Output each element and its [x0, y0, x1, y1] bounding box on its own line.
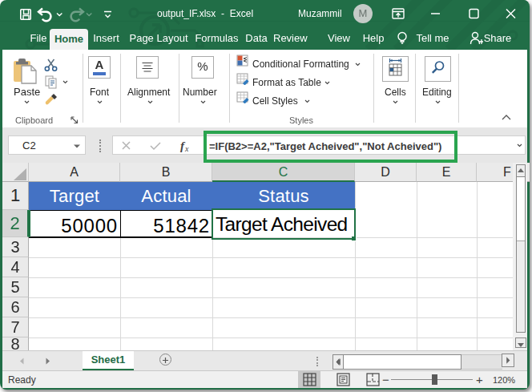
svg-text:x: x — [184, 144, 189, 153]
